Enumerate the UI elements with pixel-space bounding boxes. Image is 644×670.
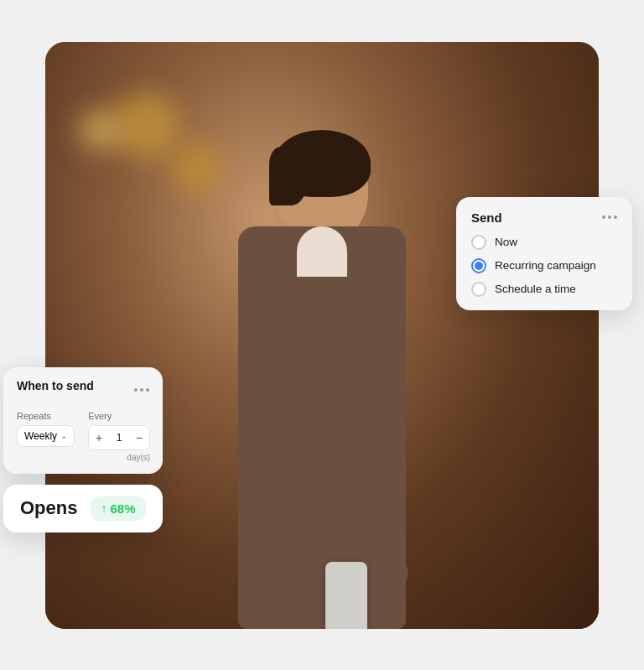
person-figure <box>163 109 481 629</box>
dot-2 <box>608 216 611 219</box>
radio-option-now[interactable]: Now <box>471 235 617 250</box>
every-stepper: + 1 − <box>88 425 150 450</box>
when-card-title: When to send <box>17 379 94 392</box>
chevron-down-icon: ⌄ <box>60 431 67 440</box>
radio-schedule[interactable] <box>471 282 486 297</box>
radio-recurring-label: Recurring campaign <box>495 259 596 272</box>
when-card-header: When to send <box>17 379 149 401</box>
when-card-more-button[interactable] <box>134 388 149 392</box>
radio-now[interactable] <box>471 235 486 250</box>
dot-5 <box>140 388 143 392</box>
trend-up-icon: ↑ <box>101 501 106 515</box>
radio-schedule-label: Schedule a time <box>495 283 576 295</box>
person-hair <box>273 130 371 197</box>
radio-option-recurring[interactable]: Recurring campaign <box>471 258 617 273</box>
phone <box>325 562 367 629</box>
main-container: Send Now Recurring campaign Schedule a t… <box>45 42 599 629</box>
days-suffix: day(s) <box>88 453 150 462</box>
stepper-plus-button[interactable]: + <box>89 426 109 449</box>
radio-option-schedule[interactable]: Schedule a time <box>471 282 617 297</box>
opens-value: 68% <box>110 501 135 516</box>
send-card-more-button[interactable] <box>602 216 617 219</box>
repeats-label: Repeats <box>17 411 75 421</box>
send-card-title: Send <box>471 210 502 225</box>
stepper-minus-button[interactable]: − <box>129 426 149 449</box>
every-col: Every + 1 − day(s) <box>88 411 150 462</box>
repeats-value: Weekly <box>24 430 57 442</box>
background-photo <box>45 42 599 629</box>
opens-badge: ↑ 68% <box>91 496 145 521</box>
person-body <box>238 226 406 629</box>
when-to-send-card: When to send Repeats Weekly ⌄ Every + 1 <box>3 367 163 474</box>
repeats-col: Repeats Weekly ⌄ <box>17 411 75 447</box>
when-row: Repeats Weekly ⌄ Every + 1 − day(s) <box>17 411 149 462</box>
opens-label: Opens <box>20 497 77 519</box>
radio-recurring[interactable] <box>471 258 486 273</box>
bokeh-light-3 <box>79 109 121 151</box>
dot-3 <box>614 216 617 219</box>
radio-now-label: Now <box>495 236 517 248</box>
opens-card: Opens ↑ 68% <box>3 485 163 532</box>
dot-1 <box>602 216 605 219</box>
repeats-select[interactable]: Weekly ⌄ <box>17 425 75 447</box>
stepper-value: 1 <box>109 432 129 444</box>
every-label: Every <box>88 411 150 421</box>
dot-6 <box>146 388 149 392</box>
send-card: Send Now Recurring campaign Schedule a t… <box>456 197 632 310</box>
send-card-header: Send <box>471 210 617 225</box>
dot-4 <box>134 388 138 392</box>
